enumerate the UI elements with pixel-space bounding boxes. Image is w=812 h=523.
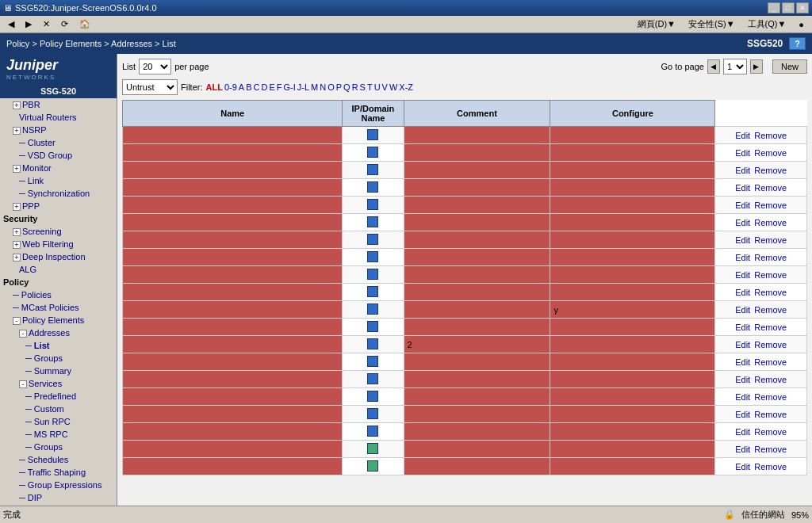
sidebar-item-screening[interactable]: +Screening bbox=[0, 225, 117, 238]
filter-q[interactable]: Q bbox=[343, 82, 350, 92]
filter-e[interactable]: E bbox=[269, 82, 274, 92]
sidebar-item-ms-rpc[interactable]: ─ MS RPC bbox=[0, 428, 117, 441]
menu-nav[interactable]: ◀ bbox=[3, 17, 19, 31]
maximize-button[interactable]: □ bbox=[782, 2, 795, 13]
sidebar-item-synchronization[interactable]: ─ Synchronization bbox=[0, 187, 117, 200]
sidebar-item-custom[interactable]: ─ Custom bbox=[0, 403, 117, 415]
sidebar-item-group-expressions[interactable]: ─ Group Expressions bbox=[0, 479, 117, 491]
remove-link[interactable]: Remove bbox=[754, 253, 787, 262]
sidebar-item-link[interactable]: ─ Link bbox=[0, 174, 117, 187]
remove-link[interactable]: Remove bbox=[754, 462, 787, 471]
remove-link[interactable]: Remove bbox=[754, 357, 787, 367]
sidebar-item-mcast-policies[interactable]: ─ MCast Policies bbox=[0, 301, 117, 314]
edit-link[interactable]: Edit bbox=[735, 166, 750, 175]
expand-services-icon[interactable]: - bbox=[19, 380, 27, 388]
remove-link[interactable]: Remove bbox=[754, 340, 787, 349]
expand-monitor-icon[interactable]: + bbox=[13, 165, 21, 173]
edit-link[interactable]: Edit bbox=[735, 288, 750, 297]
filter-t[interactable]: T bbox=[367, 82, 373, 92]
page-prev-button[interactable]: ◀ bbox=[707, 59, 720, 74]
remove-link[interactable]: Remove bbox=[754, 410, 787, 419]
sidebar-item-groups-svc[interactable]: ─ Groups bbox=[0, 441, 117, 453]
edit-link[interactable]: Edit bbox=[735, 323, 750, 332]
menu-security[interactable]: 安全性(S)▼ bbox=[684, 17, 740, 32]
edit-link[interactable]: Edit bbox=[735, 410, 750, 419]
menu-help[interactable]: ● bbox=[794, 18, 809, 31]
minimize-button[interactable]: _ bbox=[768, 2, 780, 13]
remove-link[interactable]: Remove bbox=[754, 131, 787, 140]
edit-link[interactable]: Edit bbox=[735, 218, 750, 227]
sidebar-item-monitor[interactable]: +Monitor bbox=[0, 162, 117, 174]
edit-link[interactable]: Edit bbox=[735, 357, 750, 367]
sidebar-item-virtual-routers[interactable]: Virtual Routers bbox=[0, 111, 117, 124]
filter-a[interactable]: A bbox=[239, 82, 244, 92]
sidebar-item-pbr[interactable]: +PBR bbox=[0, 98, 117, 111]
sidebar-item-summary[interactable]: ─ Summary bbox=[0, 365, 117, 377]
remove-link[interactable]: Remove bbox=[754, 392, 787, 402]
expand-web-filtering-icon[interactable]: + bbox=[13, 241, 21, 249]
filter-jl[interactable]: J-L bbox=[297, 82, 309, 92]
menu-refresh[interactable]: ⟳ bbox=[56, 17, 73, 31]
edit-link[interactable]: Edit bbox=[735, 253, 750, 262]
per-page-select[interactable]: 20 10 50 100 bbox=[139, 59, 171, 74]
sidebar-item-groups-addr[interactable]: ─ Groups bbox=[0, 352, 117, 365]
edit-link[interactable]: Edit bbox=[735, 462, 750, 471]
remove-link[interactable]: Remove bbox=[754, 183, 787, 193]
edit-link[interactable]: Edit bbox=[735, 375, 750, 384]
filter-o[interactable]: O bbox=[327, 82, 335, 92]
help-button[interactable]: ? bbox=[789, 37, 806, 50]
remove-link[interactable]: Remove bbox=[754, 235, 787, 245]
filter-b[interactable]: B bbox=[246, 82, 251, 92]
menu-home[interactable]: 🏠 bbox=[75, 17, 95, 31]
edit-link[interactable]: Edit bbox=[735, 392, 750, 402]
remove-link[interactable]: Remove bbox=[754, 166, 787, 175]
expand-nsrp-icon[interactable]: + bbox=[13, 127, 21, 135]
remove-link[interactable]: Remove bbox=[754, 445, 787, 454]
filter-09[interactable]: 0-9 bbox=[224, 82, 237, 92]
expand-ppp-icon[interactable]: + bbox=[13, 203, 21, 211]
edit-link[interactable]: Edit bbox=[735, 235, 750, 245]
filter-f[interactable]: F bbox=[277, 82, 282, 92]
remove-link[interactable]: Remove bbox=[754, 200, 787, 210]
sidebar-item-policy-elements[interactable]: -Policy Elements bbox=[0, 314, 117, 326]
menu-webpage[interactable]: 網頁(D)▼ bbox=[633, 17, 680, 32]
remove-link[interactable]: Remove bbox=[754, 427, 787, 437]
edit-link[interactable]: Edit bbox=[735, 340, 750, 349]
edit-link[interactable]: Edit bbox=[735, 131, 750, 140]
remove-link[interactable]: Remove bbox=[754, 288, 787, 297]
filter-v[interactable]: V bbox=[382, 82, 388, 92]
edit-link[interactable]: Edit bbox=[735, 427, 750, 437]
remove-link[interactable]: Remove bbox=[754, 148, 787, 158]
sidebar-item-addresses[interactable]: -Addresses bbox=[0, 326, 117, 339]
remove-link[interactable]: Remove bbox=[754, 323, 787, 332]
zone-select[interactable]: Untrust Trust DMZ bbox=[122, 79, 178, 95]
filter-m[interactable]: M bbox=[311, 82, 318, 92]
expand-deep-inspection-icon[interactable]: + bbox=[13, 254, 21, 262]
filter-d[interactable]: D bbox=[261, 82, 267, 92]
menu-stop[interactable]: ✕ bbox=[38, 17, 55, 31]
sidebar-item-vsd-group[interactable]: ─ VSD Group bbox=[0, 149, 117, 162]
sidebar-item-traffic-shaping[interactable]: ─ Traffic Shaping bbox=[0, 466, 117, 479]
filter-w[interactable]: W bbox=[389, 82, 397, 92]
sidebar-item-web-filtering[interactable]: +Web Filtering bbox=[0, 238, 117, 250]
close-button[interactable]: ✕ bbox=[796, 2, 809, 13]
edit-link[interactable]: Edit bbox=[735, 445, 750, 454]
remove-link[interactable]: Remove bbox=[754, 375, 787, 384]
sidebar-item-policies[interactable]: ─ Policies bbox=[0, 288, 117, 301]
filter-gi[interactable]: G-I bbox=[283, 82, 295, 92]
menu-nav-fwd[interactable]: ▶ bbox=[21, 17, 36, 31]
filter-r[interactable]: R bbox=[352, 82, 358, 92]
filter-n[interactable]: N bbox=[320, 82, 326, 92]
expand-screening-icon[interactable]: + bbox=[13, 228, 21, 236]
expand-addresses-icon[interactable]: - bbox=[19, 330, 27, 338]
remove-link[interactable]: Remove bbox=[754, 218, 787, 227]
menu-tools[interactable]: 工具(Q)▼ bbox=[743, 17, 791, 32]
sidebar-item-cluster[interactable]: ─ Cluster bbox=[0, 136, 117, 149]
sidebar-item-services[interactable]: -Services bbox=[0, 377, 117, 390]
sidebar-item-list-active[interactable]: ─ List bbox=[0, 339, 117, 352]
filter-p[interactable]: P bbox=[336, 82, 342, 92]
page-number-select[interactable]: 1 bbox=[723, 59, 747, 74]
edit-link[interactable]: Edit bbox=[735, 183, 750, 193]
filter-s[interactable]: S bbox=[360, 82, 366, 92]
remove-link[interactable]: Remove bbox=[754, 270, 787, 280]
